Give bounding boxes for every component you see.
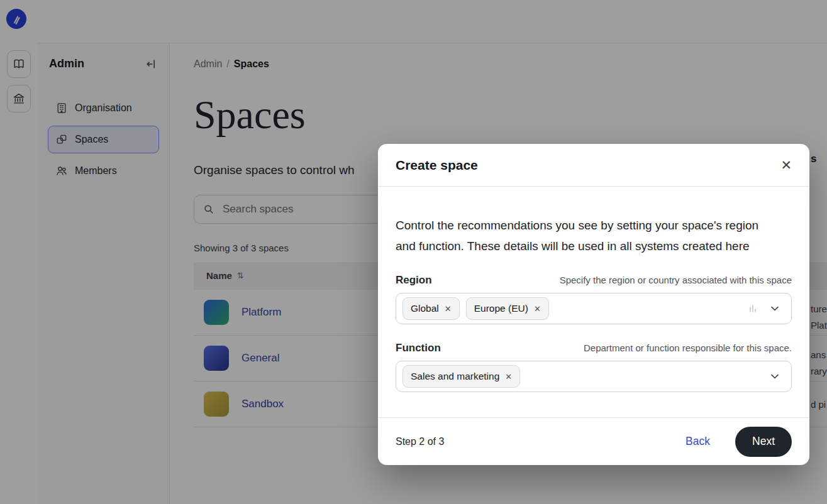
chip-label: Sales and marketing xyxy=(411,371,499,382)
region-label: Region xyxy=(396,274,432,287)
footer-actions: Back Next xyxy=(682,427,792,457)
region-helper: Specify the region or country associated… xyxy=(560,275,792,285)
chip-remove-icon[interactable]: ✕ xyxy=(505,373,512,381)
modal-footer: Step 2 of 3 Back Next xyxy=(378,417,809,465)
function-field-head: Function Department or function responsi… xyxy=(396,342,792,354)
function-helper: Department or function responsible for t… xyxy=(584,342,792,353)
chevron-down-icon xyxy=(769,302,781,315)
function-label: Function xyxy=(396,342,441,354)
region-chip: Europe (EU) ✕ xyxy=(466,297,549,320)
region-select[interactable]: Global ✕ Europe (EU) ✕ xyxy=(396,293,792,324)
modal-body: Control the recommendations you see by s… xyxy=(378,187,809,417)
function-field: Function Department or function responsi… xyxy=(396,342,792,392)
modal-title: Create space xyxy=(396,158,478,173)
modal-header: Create space ✕ xyxy=(378,144,809,187)
chevron-down-icon xyxy=(769,370,781,383)
region-field-head: Region Specify the region or country ass… xyxy=(396,274,792,287)
chip-remove-icon[interactable]: ✕ xyxy=(534,305,541,313)
function-select-controls xyxy=(769,370,781,383)
chip-label: Global xyxy=(411,303,439,314)
chip-remove-icon[interactable]: ✕ xyxy=(445,305,452,313)
modal-description: Control the recommendations you see by s… xyxy=(396,215,775,256)
next-button[interactable]: Next xyxy=(735,427,792,457)
bars-indicator-icon xyxy=(747,303,758,314)
region-chip: Global ✕ xyxy=(402,297,460,320)
region-field: Region Specify the region or country ass… xyxy=(396,274,792,324)
close-icon[interactable]: ✕ xyxy=(779,157,793,173)
chip-label: Europe (EU) xyxy=(474,303,528,314)
region-select-controls xyxy=(747,302,781,315)
back-button[interactable]: Back xyxy=(682,434,714,449)
create-space-modal: Create space ✕ Control the recommendatio… xyxy=(378,144,809,465)
step-indicator: Step 2 of 3 xyxy=(396,436,444,447)
function-select[interactable]: Sales and marketing ✕ xyxy=(396,361,792,392)
function-chip: Sales and marketing ✕ xyxy=(402,365,520,388)
